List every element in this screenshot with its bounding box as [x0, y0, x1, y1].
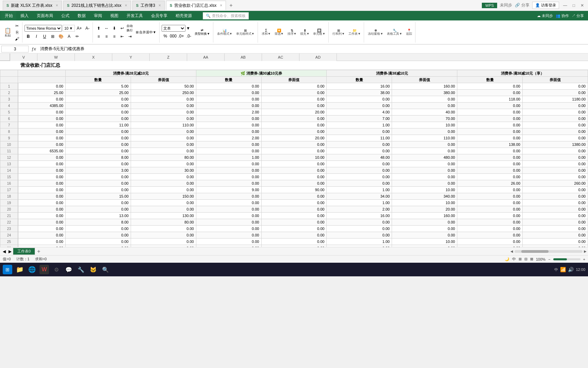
cell-value[interactable]: 0.00: [196, 141, 261, 148]
tab-view[interactable]: 视图: [106, 11, 122, 20]
col-y[interactable]: Y: [112, 53, 150, 61]
cell-value[interactable]: 0.00: [196, 239, 261, 245]
fill-color-button[interactable]: 🎨: [57, 33, 65, 40]
search-box[interactable]: 🔍 查找命令、搜索模板: [203, 12, 249, 19]
collab-ribbon[interactable]: 👥 协作: [556, 13, 569, 18]
cell-value[interactable]: 0.00: [523, 116, 588, 122]
tab-dev[interactable]: 开发工具: [122, 11, 147, 20]
align-right-button[interactable]: ≡: [111, 33, 118, 40]
cell-value[interactable]: 0.00: [131, 161, 196, 167]
tab-review[interactable]: 审阅: [90, 11, 106, 20]
cell-value[interactable]: 0.00: [327, 141, 392, 148]
cell-value[interactable]: 0.00: [523, 219, 588, 226]
cell-value[interactable]: 0.00: [457, 213, 523, 219]
cell-value[interactable]: 0.00: [196, 213, 261, 219]
cell-value[interactable]: 25.00: [18, 90, 66, 96]
cell-value[interactable]: 1.00: [327, 239, 392, 245]
cell-value[interactable]: 4.00: [327, 109, 392, 116]
cell-value[interactable]: 0.00: [457, 83, 523, 90]
tab-resources[interactable]: 稻壳资源: [172, 11, 196, 20]
cell-value[interactable]: 0.00: [523, 232, 588, 239]
cell-value[interactable]: 20.00: [261, 135, 327, 141]
cell-value[interactable]: 0.00: [18, 135, 66, 141]
cell-value[interactable]: 13.00: [65, 213, 131, 219]
cell-value[interactable]: 0.00: [523, 109, 588, 116]
share-ribbon[interactable]: ↗ 分享: [572, 13, 584, 18]
cell-value[interactable]: 0.00: [392, 167, 457, 174]
cell-value[interactable]: 0.00: [457, 167, 523, 174]
cell-value[interactable]: 40.00: [392, 109, 457, 116]
cell-value[interactable]: 0.00: [523, 226, 588, 232]
cell-value[interactable]: 0.00: [131, 187, 196, 193]
tray-wifi[interactable]: 📶: [560, 267, 566, 272]
view-normal[interactable]: 中: [512, 257, 516, 262]
cell-value[interactable]: 0.00: [196, 167, 261, 174]
cell-value[interactable]: 0.00: [131, 148, 196, 154]
font-name-select[interactable]: Times New Roman: [24, 25, 62, 32]
close-icon4[interactable]: ×: [220, 3, 222, 8]
cell-value[interactable]: 26.00: [457, 180, 523, 187]
cell-value[interactable]: 0.00: [18, 226, 66, 232]
tab-data[interactable]: 数据: [74, 11, 90, 20]
cell-value[interactable]: 0.00: [65, 148, 131, 154]
cell-value[interactable]: 0.00: [327, 161, 392, 167]
thousands-button[interactable]: 000: [169, 32, 177, 40]
cell-value[interactable]: 0.00: [457, 232, 523, 239]
increase-decimal-button[interactable]: .0+: [177, 32, 185, 40]
taskbar-folder[interactable]: 📁: [15, 265, 24, 274]
cell-value[interactable]: 0.00: [18, 232, 66, 239]
cell-format-button[interactable]: 🔲 单元格▼: [311, 24, 327, 41]
cell-value[interactable]: 0.00: [196, 219, 261, 226]
cell-value[interactable]: 480.00: [392, 154, 457, 161]
cell-value[interactable]: 0.00: [196, 232, 261, 239]
cell-value[interactable]: 0.00: [261, 167, 327, 174]
cell-value[interactable]: 0.00: [196, 128, 261, 135]
tab-formula[interactable]: 公式: [57, 11, 74, 20]
cell-value[interactable]: 0.00: [65, 96, 131, 103]
cell-value[interactable]: 0.00: [327, 232, 392, 239]
cell-value[interactable]: 0.00: [65, 128, 131, 135]
cell-value[interactable]: 0.00: [457, 200, 523, 206]
col-ac[interactable]: AC: [262, 53, 299, 61]
cell-value[interactable]: 0.00: [261, 213, 327, 219]
cell-value[interactable]: 0.00: [523, 213, 588, 219]
cell-value[interactable]: 2.00: [327, 206, 392, 213]
cell-value[interactable]: 0.00: [131, 174, 196, 180]
cell-value[interactable]: 0.00: [65, 135, 131, 141]
cell-value[interactable]: 0.00: [261, 148, 327, 154]
cell-value[interactable]: 0.00: [196, 90, 261, 96]
cell-value[interactable]: 0.00: [523, 90, 588, 96]
col-aa[interactable]: AA: [187, 53, 225, 61]
cell-value[interactable]: 0.00: [131, 200, 196, 206]
cell-value[interactable]: 0.00: [65, 187, 131, 193]
cell-value[interactable]: 0.00: [261, 226, 327, 232]
zoom-out[interactable]: −: [548, 257, 550, 261]
cell-value[interactable]: 1.00: [327, 200, 392, 206]
cell-value[interactable]: 0.00: [18, 193, 66, 200]
cell-value[interactable]: 0.00: [18, 109, 66, 116]
cell-reference[interactable]: [1, 46, 29, 52]
close-icon[interactable]: ×: [56, 3, 58, 8]
cell-value[interactable]: 10.00: [392, 200, 457, 206]
formula-input[interactable]: [39, 46, 587, 52]
cell-value[interactable]: 0.00: [457, 103, 523, 109]
cell-value[interactable]: 6535.00: [18, 148, 66, 154]
cell-value[interactable]: 0.00: [196, 226, 261, 232]
border-button[interactable]: ⊞: [49, 33, 56, 40]
cell-value[interactable]: 0.00: [131, 109, 196, 116]
next-sheet-btn[interactable]: ▶: [7, 249, 13, 254]
cell-value[interactable]: 0.00: [261, 219, 327, 226]
workbook-button[interactable]: 📁 工作表▼: [347, 24, 362, 41]
cell-value[interactable]: 0.00: [523, 167, 588, 174]
cell-value[interactable]: 38.00: [327, 90, 392, 96]
rotate-text-button[interactable]: ↩: [118, 25, 126, 32]
cell-value[interactable]: 0.00: [261, 232, 327, 239]
cell-value[interactable]: 90.00: [261, 187, 327, 193]
cell-value[interactable]: 160.00: [392, 213, 457, 219]
cell-value[interactable]: 0.00: [523, 161, 588, 167]
cell-value[interactable]: 0.00: [65, 239, 131, 245]
cell-value[interactable]: 0.00: [327, 226, 392, 232]
cell-value[interactable]: 0.00: [196, 180, 261, 187]
cell-value[interactable]: 0.00: [261, 206, 327, 213]
cell-value[interactable]: 0.00: [457, 148, 523, 154]
